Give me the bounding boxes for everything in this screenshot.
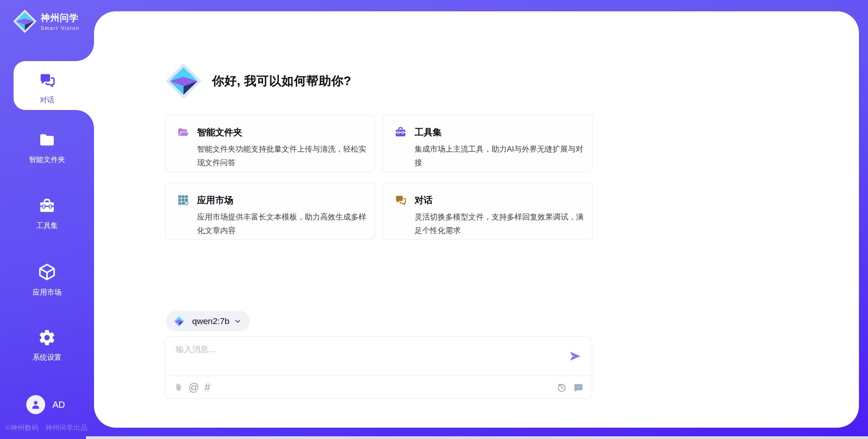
person-icon (30, 399, 42, 410)
sidebar-item-toolset[interactable]: 工具集 (0, 197, 94, 231)
sidebar-item-chat[interactable]: 对话 (0, 71, 94, 105)
history-button[interactable] (557, 382, 567, 393)
gear-icon (38, 329, 56, 347)
card-description: 灵活切换多模型文件，支持多样回复效果调试，满足个性化需求 (415, 210, 589, 238)
card-chat[interactable]: 对话 灵活切换多模型文件，支持多样回复效果调试，满足个性化需求 (382, 182, 593, 240)
composer-tools-right (557, 382, 584, 393)
sidebar-item-label: 对话 (0, 95, 94, 105)
chat-icon (38, 71, 56, 89)
hashtag-button[interactable]: # (204, 382, 210, 393)
card-app-market[interactable]: 应用市场 应用市场提供丰富长文本模板，助力高效生成多样化文章内容 (165, 182, 375, 240)
hash-icon: # (204, 382, 210, 393)
brand-text: 神州问学 Smart Vision (41, 12, 80, 31)
card-title: 工具集 (415, 126, 442, 138)
chat-bubble-icon (573, 382, 584, 393)
mention-button[interactable]: @ (189, 382, 199, 393)
message-composer: @ # (165, 336, 592, 399)
toolbox-icon (38, 197, 56, 215)
model-diamond-icon (173, 315, 185, 327)
card-smart-folder[interactable]: 智能文件夹 智能文件夹功能支持批量文件上传与清洗，轻松实现文件问答 (165, 115, 375, 172)
composer-divider (165, 376, 592, 376)
send-button[interactable] (568, 349, 582, 363)
brand-diamond-icon (13, 9, 37, 33)
folder-icon (38, 131, 56, 149)
card-toolset[interactable]: 工具集 集成市场上主流工具，助力AI与外界无缝扩展与对接 (382, 115, 593, 172)
sidebar-item-label: 系统设置 (0, 353, 94, 363)
composer-tools-left: @ # (174, 382, 210, 393)
avatar (26, 395, 45, 414)
sidebar-item-label: 应用市场 (0, 288, 94, 297)
paperclip-icon (174, 382, 183, 393)
greeting-diamond-icon (165, 62, 202, 100)
sidebar-item-settings[interactable]: 系统设置 (0, 329, 94, 363)
grid-cube-icon (177, 194, 189, 206)
folder-open-icon (177, 126, 189, 138)
toolbox-icon (394, 126, 407, 138)
user-name: AD (52, 400, 65, 410)
app-root: 神州问学 Smart Vision 对话 智能文件夹 (0, 0, 868, 439)
chat-icon (394, 194, 407, 206)
brand-title: 神州问学 (41, 12, 80, 24)
sidebar: 神州问学 Smart Vision 对话 智能文件夹 (0, 0, 94, 439)
brand-logo-block: 神州问学 Smart Vision (13, 9, 80, 33)
sidebar-item-smart-folder[interactable]: 智能文件夹 (0, 131, 94, 165)
greeting-block: 你好, 我可以如何帮助你? (165, 62, 351, 100)
greeting-text: 你好, 我可以如何帮助你? (212, 73, 351, 89)
at-icon: @ (189, 382, 199, 393)
card-description: 集成市场上主流工具，助力AI与外界无缝扩展与对接 (415, 143, 589, 170)
sidebar-item-label: 智能文件夹 (0, 155, 94, 165)
brand-subtitle: Smart Vision (41, 25, 80, 31)
message-input[interactable] (176, 344, 565, 371)
history-icon (557, 382, 567, 393)
card-description: 应用市场提供丰富长文本模板，助力高效生成多样化文章内容 (197, 210, 371, 238)
copyright-text: ©神州数码 · 神州问学出品 (5, 424, 87, 432)
send-icon (568, 349, 582, 363)
user-profile[interactable]: AD (26, 395, 65, 414)
card-title: 对话 (415, 194, 433, 206)
chevron-down-icon (234, 317, 242, 325)
model-name: qwen2:7b (192, 316, 229, 326)
feature-cards: 智能文件夹 智能文件夹功能支持批量文件上传与清洗，轻松实现文件问答 工具集 集成… (165, 115, 593, 240)
card-description: 智能文件夹功能支持批量文件上传与清洗，轻松实现文件问答 (197, 143, 371, 170)
bottom-edge-strip (86, 436, 868, 439)
attach-button[interactable] (174, 382, 183, 393)
cube-icon (38, 262, 57, 282)
sidebar-item-app-market[interactable]: 应用市场 (0, 262, 94, 297)
chat-bubble-button[interactable] (573, 382, 584, 393)
model-selector[interactable]: qwen2:7b (166, 311, 250, 331)
card-title: 应用市场 (197, 194, 233, 206)
card-title: 智能文件夹 (197, 126, 242, 138)
sidebar-item-label: 工具集 (0, 221, 94, 231)
